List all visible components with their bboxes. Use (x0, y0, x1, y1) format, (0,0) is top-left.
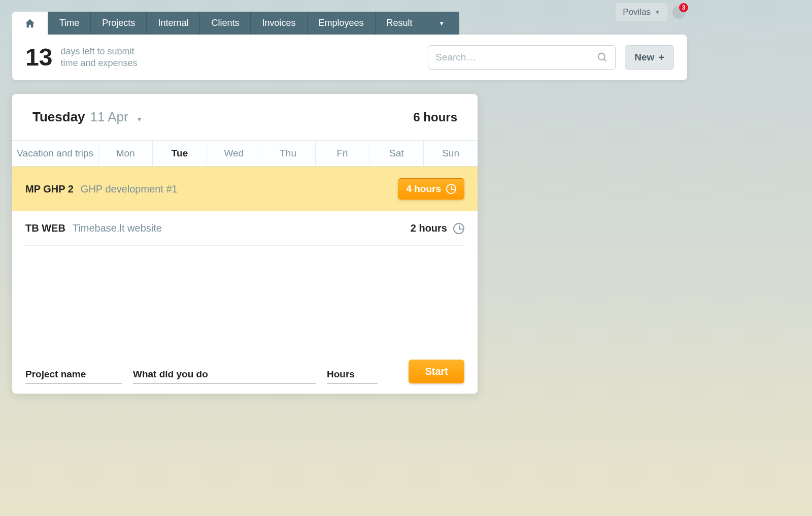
week-navigation: Vacation and trips Mon Tue Wed Thu Fri S… (12, 140, 478, 167)
time-entry-row[interactable]: TB WEB Timebase.lt website 2 hours (25, 211, 464, 246)
nav-result[interactable]: Result (375, 12, 424, 35)
nav-invoices[interactable]: Invoices (250, 12, 307, 35)
week-day-fri[interactable]: Fri (315, 141, 369, 166)
search-input[interactable] (435, 52, 597, 63)
chevron-down-icon: ▼ (137, 116, 143, 123)
plus-icon: + (658, 52, 664, 62)
nav-employees[interactable]: Employees (307, 12, 375, 35)
svg-line-1 (604, 59, 606, 61)
week-day-mon[interactable]: Mon (98, 141, 152, 166)
start-button[interactable]: Start (409, 360, 464, 383)
entry-project-code: MP GHP 2 (25, 183, 74, 195)
entry-project-code: TB WEB (25, 222, 65, 234)
entry-hours: 2 hours (411, 222, 464, 234)
selected-date: 11 Apr (90, 109, 128, 125)
entry-hours-active[interactable]: 4 hours (398, 178, 464, 200)
nav-projects[interactable]: Projects (90, 12, 146, 35)
week-day-tue[interactable]: Tue (152, 141, 207, 166)
chevron-down-icon: ▼ (438, 20, 445, 27)
days-left-count: 13 (25, 45, 52, 70)
nav-more[interactable]: ▼ (424, 12, 459, 35)
user-name: Povilas (623, 7, 651, 17)
entry-description: Timebase.lt website (73, 222, 162, 234)
time-entry-row[interactable]: MP GHP 2 GHP development #1 4 hours (12, 167, 478, 211)
home-icon (24, 18, 36, 28)
vacation-tab[interactable]: Vacation and trips (12, 141, 98, 166)
user-menu[interactable]: Povilas ▼ (616, 3, 667, 21)
clock-icon (446, 184, 456, 194)
nav-time[interactable]: Time (48, 12, 90, 35)
hours-input[interactable] (327, 366, 378, 383)
new-button[interactable]: New + (625, 45, 674, 70)
chevron-down-icon: ▼ (655, 9, 660, 15)
selected-day-name: Tuesday (32, 109, 85, 125)
date-selector[interactable]: Tuesday 11 Apr ▼ (32, 109, 143, 125)
project-name-input[interactable] (25, 366, 122, 383)
nav-home[interactable] (12, 12, 48, 35)
notification-badge: 3 (679, 3, 688, 12)
nav-clients[interactable]: Clients (199, 12, 250, 35)
header-panel: 13 days left to submit time and expenses… (12, 35, 687, 80)
week-day-sat[interactable]: Sat (369, 141, 423, 166)
entry-description: GHP development #1 (81, 183, 178, 195)
what-did-you-do-input[interactable] (133, 366, 316, 383)
day-total-hours: 6 hours (413, 110, 457, 124)
search-icon (597, 52, 608, 63)
notifications-button[interactable]: 3 (672, 6, 686, 19)
new-entry-form: Start (25, 360, 464, 383)
search-box[interactable] (428, 45, 616, 70)
days-left: 13 days left to submit time and expenses (25, 45, 137, 70)
nav-internal[interactable]: Internal (146, 12, 199, 35)
timesheet-card: Tuesday 11 Apr ▼ 6 hours Vacation and tr… (12, 94, 478, 394)
days-left-text: days left to submit time and expenses (60, 46, 137, 70)
week-day-wed[interactable]: Wed (207, 141, 261, 166)
week-day-thu[interactable]: Thu (261, 141, 315, 166)
week-day-sun[interactable]: Sun (423, 141, 478, 166)
svg-point-0 (598, 53, 605, 60)
clock-icon (453, 223, 464, 234)
main-nav: Time Projects Internal Clients Invoices … (12, 12, 459, 35)
